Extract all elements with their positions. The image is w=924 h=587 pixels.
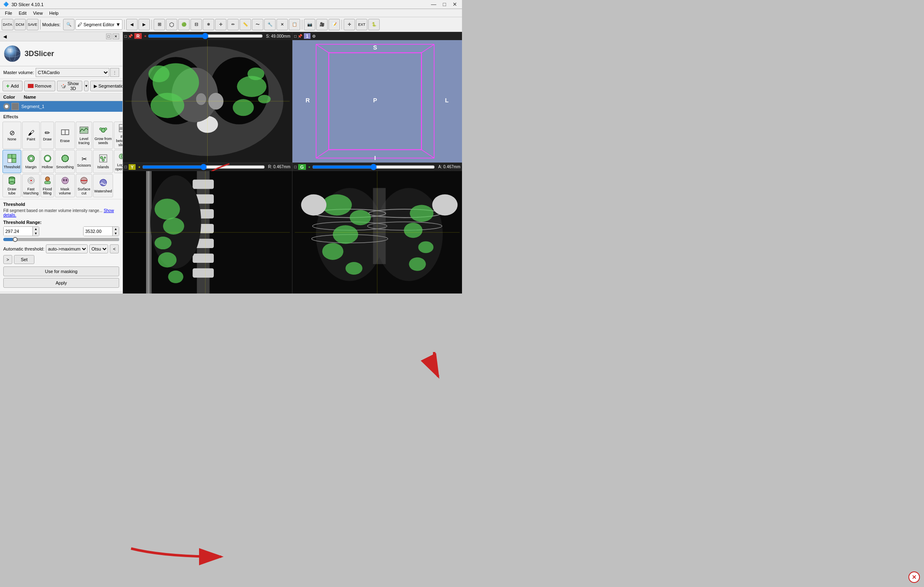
show3d-dropdown-btn[interactable]: ▼ (84, 81, 88, 91)
effect-watershed[interactable]: Watershed (93, 174, 113, 197)
effect-floodfill[interactable]: Flood filling (41, 174, 54, 197)
auto-algorithm-select[interactable]: Otsu (89, 244, 108, 253)
nav-forward-btn[interactable]: ▶ (138, 19, 150, 30)
segment-visibility-icon[interactable] (3, 103, 10, 110)
viewer-y-expand[interactable]: □ (125, 165, 127, 169)
screenshot-btn[interactable]: 📷 (304, 19, 315, 30)
ruler-btn[interactable]: 📏 (240, 19, 251, 30)
effect-smooth[interactable]: Smoothing (55, 150, 75, 173)
threshold-inputs: ▲ ▼ ▲ ▼ (3, 226, 119, 236)
viewer-r-slider[interactable] (148, 34, 263, 38)
viewer-g-expand[interactable]: □ (294, 165, 297, 169)
effect-paint[interactable]: 🖌 Paint (22, 122, 40, 149)
threshold-min-down[interactable]: ▼ (32, 231, 39, 236)
segment-row[interactable]: Segment_1 (0, 101, 122, 112)
svg-point-30 (9, 182, 15, 184)
video-btn[interactable]: 🎥 (316, 19, 328, 30)
viewer-3d-expand[interactable]: □ (294, 34, 297, 38)
nav-back-btn[interactable]: ◀ (126, 19, 138, 30)
auto-greater-btn[interactable]: > (3, 255, 12, 264)
nav-3d-btn[interactable]: ✛ (344, 19, 355, 30)
effect-logical[interactable]: Logical operators (114, 150, 123, 173)
viewer-r: □ 📌 R ● S: 49.000mm (123, 32, 292, 163)
layout-btn2[interactable]: ⬡ (166, 19, 177, 30)
panel-close-btn[interactable]: ✕ (113, 34, 119, 39)
viewer-r-pin[interactable]: 📌 (128, 34, 133, 38)
python-btn[interactable]: 🐍 (368, 19, 380, 30)
effect-fastmarch[interactable]: Fast Marching (22, 174, 40, 197)
viewer-3d-pin[interactable]: 📌 (297, 34, 302, 38)
tool-btn2[interactable]: ✕ (276, 19, 288, 30)
threshold-max-down[interactable]: ▼ (112, 231, 119, 236)
effect-fill[interactable]: Fill between slices (114, 122, 123, 149)
remove-segment-btn[interactable]: Remove (24, 81, 55, 91)
add-segment-btn[interactable]: + Add (2, 81, 23, 91)
data-btn[interactable]: DATA (2, 19, 14, 30)
layout-btn3[interactable]: 🟢 (178, 19, 190, 30)
module-search-btn[interactable]: 🔍 (63, 19, 75, 30)
dcm-btn[interactable]: DCM (14, 19, 26, 30)
master-volume-options-btn[interactable]: ⋮ (110, 68, 119, 77)
add-icon: + (6, 83, 9, 89)
layout-btn4[interactable]: ⊟ (190, 19, 202, 30)
crosshair-btn[interactable]: ✛ (215, 19, 226, 30)
effect-level[interactable]: Level tracing (76, 122, 92, 149)
tool-btn3[interactable]: 📋 (289, 19, 300, 30)
close-button[interactable]: ✕ (451, 1, 459, 7)
auto-set-btn[interactable]: Set (14, 255, 34, 264)
maximize-button[interactable]: □ (441, 1, 448, 7)
viewer-r-controls: □ 📌 (125, 34, 133, 38)
effect-grow[interactable]: Grow from seeds (93, 122, 113, 149)
menu-view[interactable]: View (30, 10, 46, 16)
annotate-btn[interactable]: 📝 (328, 19, 340, 30)
module-selector[interactable]: 🖊 Segment Editor ▼ (75, 19, 123, 30)
level-label: Level tracing (77, 137, 91, 145)
effect-threshold[interactable]: Threshold (2, 150, 21, 173)
viewer-g-slider[interactable] (312, 165, 435, 169)
effect-none[interactable]: ⊘ None (2, 122, 21, 149)
layout-btn1[interactable]: ⊞ (154, 19, 165, 30)
effects-grid: ⊘ None 🖌 Paint ✏ Draw Erase L (0, 120, 122, 199)
layout-btn5[interactable]: ❄ (203, 19, 214, 30)
auto-less-btn[interactable]: < (110, 244, 119, 253)
curve-btn[interactable]: 〜 (252, 19, 263, 30)
effect-surfcut[interactable]: Surface cut (76, 174, 92, 197)
viewer-y-slider[interactable] (142, 165, 265, 169)
panel-collapse-btn[interactable]: □ (106, 34, 111, 39)
effect-scissors[interactable]: ✂ Scissors (76, 150, 92, 173)
threshold-min-input[interactable] (4, 227, 32, 236)
effect-hollow[interactable]: Hollow (41, 150, 54, 173)
use-for-masking-btn[interactable]: Use for masking (3, 266, 119, 276)
effect-erase[interactable]: Erase (55, 122, 75, 149)
auto-method-select[interactable]: auto->maximum (46, 244, 88, 253)
master-volume-select[interactable]: CTACardio (36, 68, 109, 77)
threshold-min-up[interactable]: ▲ (32, 227, 39, 231)
threshold-slider-thumb[interactable] (13, 237, 18, 242)
effect-margin[interactable]: Margin (22, 150, 40, 173)
threshold-max-up[interactable]: ▲ (112, 227, 119, 231)
svg-point-0 (4, 45, 20, 62)
erase-icon (61, 128, 70, 138)
effect-islands[interactable]: Islands (93, 150, 113, 173)
menu-file[interactable]: File (2, 10, 16, 16)
show3d-btn[interactable]: 🎲 Show 3D (57, 81, 83, 91)
minimize-button[interactable]: — (429, 1, 438, 7)
effect-maskvol[interactable]: Mask volume (55, 174, 75, 197)
menu-help[interactable]: Help (46, 10, 62, 16)
main-layout: ◀ □ ✕ 3DSlicer (0, 32, 462, 294)
ext-btn[interactable]: EXT (356, 19, 367, 30)
viewer-3d-settings[interactable]: ⚙ (312, 34, 316, 38)
viewer-r-expand[interactable]: □ (125, 34, 127, 38)
edit-btn[interactable]: ✏ (227, 19, 239, 30)
segmentations-btn[interactable]: ▶ Segmentations... (90, 81, 123, 91)
effect-drawtube[interactable]: Draw tube (2, 174, 21, 197)
svg-point-17 (29, 157, 33, 160)
save-btn[interactable]: SAVE (27, 19, 38, 30)
menu-edit[interactable]: Edit (16, 10, 30, 16)
tool-btn1[interactable]: 🔧 (264, 19, 276, 30)
effect-draw[interactable]: ✏ Draw (41, 122, 54, 149)
threshold-max-input[interactable] (84, 227, 112, 236)
watershed-icon (99, 178, 108, 188)
apply-btn[interactable]: Apply (3, 278, 119, 288)
data-probe-row[interactable]: ▶ Data Probe (0, 292, 122, 294)
